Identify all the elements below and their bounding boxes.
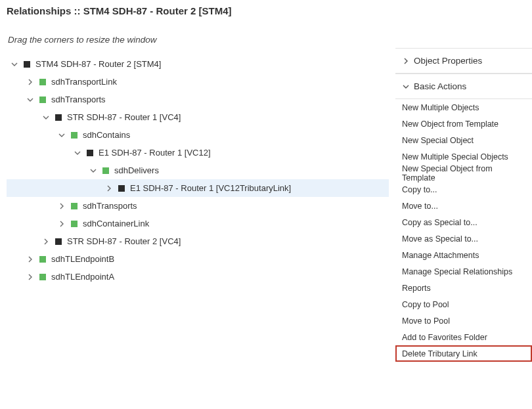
tree-node[interactable]: STR SDH-87 - Router 2 [VC4] [7,232,389,250]
action-item[interactable]: Move to Pool [395,312,532,329]
tree-node-label: sdhTransports [83,201,137,211]
action-item[interactable]: New Special Object from Template [395,165,532,181]
action-item[interactable]: Delete Tributary Link [395,345,532,362]
action-item[interactable]: Add to Favorites Folder [395,329,532,345]
tree-node-label: E1 SDH-87 - Router 1 [VC12] [99,148,211,158]
tree-node[interactable]: sdhTransportLink [7,73,389,91]
tree-node-label: STR SDH-87 - Router 1 [VC4] [67,112,181,122]
object-icon [118,185,125,192]
action-item[interactable]: Reports [395,280,532,296]
chevron-down-icon[interactable] [56,132,67,139]
action-item[interactable]: New Special Object [395,132,532,148]
tree-node-label: sdhTransportLink [51,77,117,87]
tree-node[interactable]: sdhContains [7,126,389,144]
action-item[interactable]: Manage Special Relationships [395,263,532,280]
tree-node-label: sdhTransports [51,95,106,104]
tree-node[interactable]: sdhTLEndpointB [7,250,389,268]
chevron-right-icon[interactable] [56,221,67,227]
tree-pane: Drag the corners to resize the window ST… [0,23,395,409]
chevron-right-icon [402,58,410,64]
page-title: Relationships :: STM4 SDH-87 - Router 2 … [0,0,532,23]
relation-icon [71,132,78,139]
tree-node[interactable]: sdhTransports [7,91,389,108]
action-item[interactable]: Move as Special to... [395,230,532,247]
tree-node-label: sdhDelivers [114,165,159,175]
basic-actions-label: Basic Actions [414,81,466,91]
relation-icon [39,97,46,103]
object-icon [24,61,30,68]
chevron-down-icon[interactable] [88,167,99,174]
object-icon [87,150,93,156]
relation-icon [71,203,78,209]
tree-node-label: sdhContainerLink [83,219,149,228]
tree-node-label: sdhTLEndpointB [51,254,114,264]
tree-node-label: sdhContains [83,130,130,140]
basic-actions-panel-header[interactable]: Basic Actions [395,74,532,99]
action-item[interactable]: New Multiple Objects [395,99,532,116]
tree-node-label: E1 SDH-87 - Router 1 [VC12TributaryLink] [130,183,291,193]
chevron-down-icon[interactable] [9,61,20,68]
action-item[interactable]: Manage Attachments [395,247,532,263]
action-item[interactable]: Copy to Pool [395,296,532,312]
relation-icon [71,221,78,227]
tree-node-label: STR SDH-87 - Router 2 [VC4] [67,236,181,246]
chevron-right-icon[interactable] [25,256,35,263]
object-icon [55,114,62,121]
tree-node[interactable]: E1 SDH-87 - Router 1 [VC12] [7,144,389,161]
object-properties-label: Object Properties [414,56,482,66]
tree-node-label: STM4 SDH-87 - Router 2 [STM4] [35,59,161,69]
relation-icon [102,167,109,174]
tree-node[interactable]: sdhTLEndpointA [7,268,389,286]
chevron-right-icon[interactable] [25,79,35,85]
object-icon [55,238,62,245]
chevron-down-icon[interactable] [72,150,83,156]
relation-icon [39,256,46,263]
action-item[interactable]: Copy to... [395,181,532,198]
object-properties-panel-header[interactable]: Object Properties [395,49,532,74]
tree-node-label: sdhTLEndpointA [51,272,114,282]
tree-node[interactable]: E1 SDH-87 - Router 1 [VC12TributaryLink] [7,179,389,197]
tree-node[interactable]: STR SDH-87 - Router 1 [VC4] [7,108,389,126]
action-item[interactable]: New Object from Template [395,116,532,132]
chevron-right-icon[interactable] [104,185,114,192]
tree-node[interactable]: sdhContainerLink [7,215,389,232]
chevron-down-icon[interactable] [25,97,35,103]
chevron-right-icon[interactable] [25,274,35,280]
resize-hint: Drag the corners to resize the window [7,23,389,55]
chevron-right-icon[interactable] [41,238,51,245]
relation-icon [39,274,46,280]
tree-node[interactable]: sdhTransports [7,197,389,215]
basic-actions-list: New Multiple ObjectsNew Object from Temp… [395,99,532,362]
tree-node[interactable]: sdhDelivers [7,161,389,179]
action-item[interactable]: New Multiple Special Objects [395,148,532,165]
chevron-down-icon[interactable] [41,114,51,121]
relationships-tree: STM4 SDH-87 - Router 2 [STM4]sdhTranspor… [7,55,389,286]
action-item[interactable]: Move to... [395,198,532,214]
side-panel: Object Properties Basic Actions New Mult… [395,23,532,409]
chevron-right-icon[interactable] [56,203,67,209]
action-item[interactable]: Copy as Special to... [395,214,532,230]
chevron-down-icon [402,83,410,90]
relation-icon [39,79,46,85]
tree-node[interactable]: STM4 SDH-87 - Router 2 [STM4] [7,55,389,73]
